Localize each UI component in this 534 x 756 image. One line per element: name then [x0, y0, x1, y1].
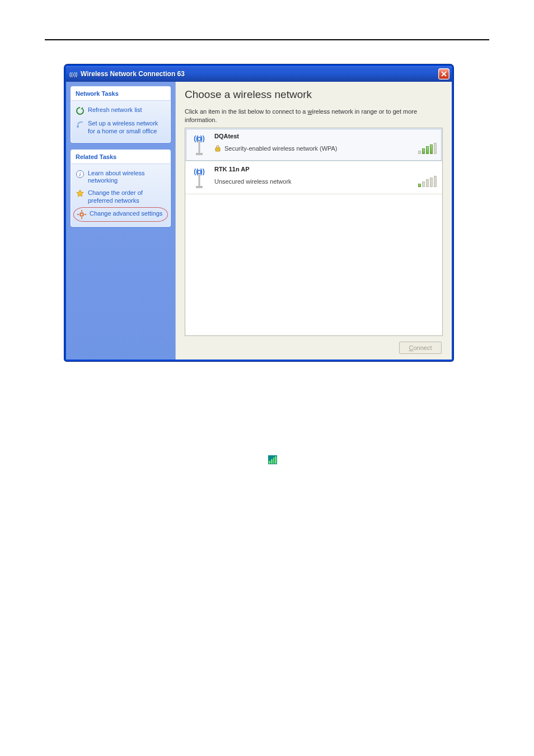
antenna-icon: (( ))	[190, 166, 209, 188]
task-label: Learn about wireless networking	[88, 170, 166, 185]
network-list[interactable]: (( )) DQAtest Security-enabled wir	[185, 128, 443, 336]
network-subtitle: Unsecured wireless network	[214, 178, 413, 185]
titlebar[interactable]: ((ı)) Wireless Network Connection 63	[66, 66, 452, 82]
refresh-icon	[76, 106, 85, 115]
wireless-icon: ((ı))	[69, 69, 78, 78]
learn-about-wireless[interactable]: i Learn about wireless networking	[73, 167, 168, 188]
main-panel: Choose a wireless network Click an item …	[175, 82, 452, 360]
network-name: RTK 11n AP	[214, 166, 413, 172]
svg-point-5	[81, 213, 83, 215]
svg-text:((ı)): ((ı))	[69, 72, 78, 77]
svg-text:i: i	[79, 171, 81, 178]
setup-wireless-network[interactable]: Set up a wireless network for a home or …	[73, 118, 168, 138]
instruction-text: Click an item in the list below to conne…	[185, 108, 443, 124]
svg-rect-12	[199, 141, 200, 153]
network-item[interactable]: (( )) DQAtest Security-enabled wir	[185, 128, 442, 161]
network-name: DQAtest	[214, 133, 413, 139]
lock-icon	[214, 145, 221, 152]
antenna-icon: (( ))	[190, 133, 209, 155]
window-title: Wireless Network Connection 63	[81, 70, 185, 78]
related-tasks-group: Related Tasks i Learn about wireless net…	[71, 150, 171, 227]
svg-rect-17	[199, 174, 200, 186]
svg-rect-6	[81, 210, 82, 212]
network-subtitle: Security-enabled wireless network (WPA)	[214, 145, 413, 152]
svg-rect-7	[81, 217, 82, 219]
svg-rect-8	[77, 214, 79, 215]
svg-rect-9	[85, 214, 86, 215]
svg-rect-13	[196, 153, 203, 155]
refresh-network-list[interactable]: Refresh network list	[73, 104, 168, 118]
network-item[interactable]: (( )) RTK 11n AP Unsecured wireless netw…	[185, 161, 442, 194]
sidebar: Network Tasks Refresh network list Set u…	[66, 82, 175, 360]
svg-rect-14	[216, 148, 220, 151]
change-advanced-settings[interactable]: Change advanced settings	[73, 207, 168, 222]
change-order-preferred[interactable]: Change the order of preferred networks	[73, 187, 168, 207]
svg-point-1	[77, 125, 79, 128]
connect-button[interactable]: Connect	[399, 342, 442, 354]
signal-strength-icon	[418, 176, 437, 187]
page-title: Choose a wireless network	[185, 88, 443, 101]
task-label: Refresh network list	[88, 106, 142, 114]
info-icon: i	[76, 170, 85, 179]
setup-network-icon	[76, 120, 85, 129]
tray-signal-icon[interactable]	[268, 455, 277, 464]
signal-strength-icon	[418, 143, 437, 154]
svg-rect-18	[196, 186, 203, 188]
task-label: Set up a wireless network for a home or …	[88, 120, 166, 136]
star-icon	[76, 189, 85, 198]
group-header: Related Tasks	[71, 150, 170, 164]
group-header: Network Tasks	[71, 87, 170, 101]
task-label: Change the order of preferred networks	[88, 189, 166, 205]
network-tasks-group: Network Tasks Refresh network list Set u…	[71, 86, 171, 143]
task-label: Change advanced settings	[90, 210, 162, 218]
wireless-connection-window: ((ı)) Wireless Network Connection 63 Net…	[64, 64, 453, 361]
close-button[interactable]	[438, 68, 449, 80]
gear-icon	[77, 210, 86, 219]
